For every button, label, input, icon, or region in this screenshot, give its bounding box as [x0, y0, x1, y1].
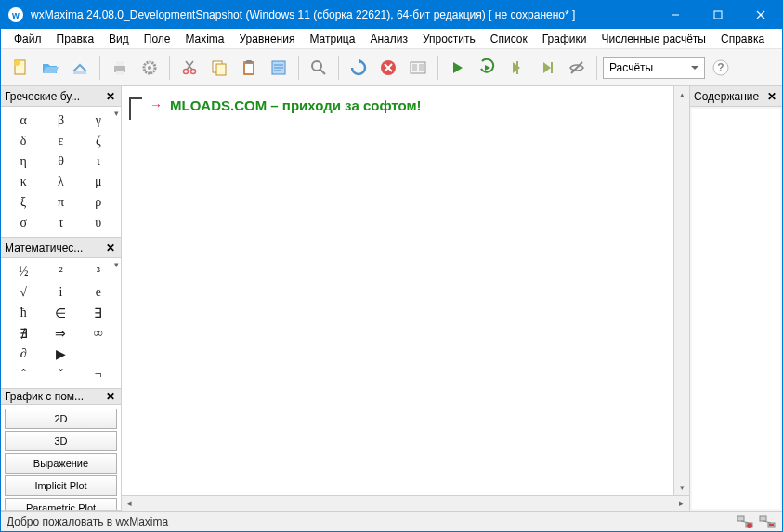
- close-button[interactable]: [739, 1, 782, 29]
- math-symbol[interactable]: ∈: [42, 303, 79, 323]
- scroll-down-icon[interactable]: ▾: [674, 479, 689, 495]
- restart-maxima-button[interactable]: [345, 54, 372, 82]
- open-file-button[interactable]: [36, 54, 64, 82]
- math-symbol[interactable]: ∂: [5, 344, 42, 364]
- eval-button[interactable]: [444, 54, 472, 82]
- math-symbol[interactable]: ▶: [42, 344, 79, 364]
- math-symbol[interactable]: ½: [5, 262, 42, 282]
- scroll-right-icon[interactable]: ▸: [673, 496, 689, 511]
- plot-button[interactable]: Выражение: [5, 453, 117, 474]
- print-button[interactable]: [106, 54, 134, 82]
- math-symbol[interactable]: e: [80, 282, 117, 303]
- network-status-icon-1[interactable]: [736, 514, 754, 529]
- greek-symbol[interactable]: α: [5, 110, 42, 131]
- greek-symbol[interactable]: η: [5, 151, 42, 172]
- menu-simplify[interactable]: Упростить: [415, 31, 483, 47]
- scroll-left-icon[interactable]: ◂: [122, 496, 137, 511]
- cell-bracket-icon[interactable]: [129, 97, 142, 120]
- greek-symbol[interactable]: ζ: [80, 131, 117, 151]
- greek-symbol[interactable]: π: [42, 192, 79, 213]
- scroll-up-icon[interactable]: ▴: [674, 86, 689, 102]
- new-file-button[interactable]: [7, 54, 34, 82]
- plot-button[interactable]: 2D: [5, 409, 117, 429]
- math-symbol[interactable]: ²: [42, 262, 79, 282]
- math-symbol[interactable]: [80, 344, 117, 364]
- menu-calculus[interactable]: Анализ: [362, 31, 415, 47]
- paste-button[interactable]: [235, 54, 263, 82]
- plot-button[interactable]: Implicit Plot: [5, 475, 117, 496]
- find-button[interactable]: [305, 54, 333, 82]
- menu-cell[interactable]: Поле: [137, 31, 178, 47]
- cell[interactable]: → MLOADS.COM – приходи за софтом!: [129, 97, 666, 120]
- math-symbol[interactable]: i: [42, 282, 79, 303]
- select-all-button[interactable]: [265, 54, 293, 82]
- plot-button[interactable]: Parametric Plot: [5, 498, 117, 510]
- menu-plot[interactable]: Графики: [535, 31, 594, 47]
- expand-icon[interactable]: ▾: [114, 260, 119, 269]
- greek-symbol[interactable]: μ: [80, 172, 117, 192]
- horizontal-scrollbar[interactable]: ◂ ▸: [122, 495, 689, 511]
- menu-view[interactable]: Вид: [101, 31, 137, 47]
- interrupt-button[interactable]: [374, 54, 402, 82]
- menu-help[interactable]: Справка: [713, 31, 772, 47]
- eval-rest-button[interactable]: [503, 54, 531, 82]
- greek-symbol[interactable]: υ: [80, 213, 117, 233]
- greek-symbol[interactable]: ξ: [5, 192, 42, 213]
- panel-contents-header[interactable]: Содержание ✕: [690, 86, 782, 107]
- settings-button[interactable]: [136, 54, 163, 82]
- plot-button[interactable]: 3D: [5, 431, 117, 451]
- math-symbol[interactable]: ∄: [5, 323, 42, 344]
- greek-symbol[interactable]: θ: [42, 151, 79, 172]
- expand-icon[interactable]: ▾: [114, 109, 119, 118]
- greek-symbol[interactable]: δ: [5, 131, 42, 151]
- eval-all-button[interactable]: [474, 54, 502, 82]
- menu-list[interactable]: Список: [483, 31, 535, 47]
- panel-contents-close[interactable]: ✕: [765, 90, 778, 103]
- greek-symbol[interactable]: ρ: [80, 192, 117, 213]
- eval-till-here-button[interactable]: [533, 54, 561, 82]
- panel-mouseplot-header[interactable]: График с пом... ✕: [1, 389, 121, 405]
- menu-maxima[interactable]: Maxima: [178, 31, 232, 47]
- greek-symbol[interactable]: τ: [42, 213, 79, 233]
- minimize-button[interactable]: [654, 1, 697, 29]
- hide-code-button[interactable]: [563, 54, 591, 82]
- greek-symbol[interactable]: ε: [42, 131, 79, 151]
- panel-greek-close[interactable]: ✕: [104, 90, 117, 103]
- math-symbol[interactable]: ¬: [80, 364, 117, 384]
- greek-symbol[interactable]: σ: [5, 213, 42, 233]
- math-symbol[interactable]: ˄: [5, 364, 42, 384]
- math-symbol[interactable]: ³: [80, 262, 117, 282]
- maximize-button[interactable]: [697, 1, 739, 29]
- greek-symbol[interactable]: γ: [80, 110, 117, 131]
- panel-math-close[interactable]: ✕: [104, 241, 117, 254]
- greek-symbol[interactable]: κ: [5, 172, 42, 192]
- vertical-scrollbar[interactable]: ▴ ▾: [673, 86, 689, 495]
- network-status-icon-2[interactable]: [758, 514, 776, 529]
- panel-mouseplot-close[interactable]: ✕: [104, 390, 117, 403]
- help-button[interactable]: ?: [707, 54, 735, 82]
- panel-contents: Содержание ✕: [689, 86, 782, 511]
- section-title[interactable]: MLOADS.COM – приходи за софтом!: [170, 97, 422, 113]
- animation-icon[interactable]: [404, 54, 432, 82]
- menu-edit[interactable]: Правка: [49, 31, 102, 47]
- math-symbol[interactable]: ∞: [80, 323, 117, 344]
- math-symbol[interactable]: ħ: [5, 303, 42, 323]
- menu-matrix[interactable]: Матрица: [302, 31, 362, 47]
- greek-symbol[interactable]: λ: [42, 172, 79, 192]
- menu-equations[interactable]: Уравнения: [232, 31, 303, 47]
- copy-button[interactable]: [205, 54, 233, 82]
- cut-button[interactable]: [176, 54, 203, 82]
- cell-type-dropdown[interactable]: Расчёты: [603, 57, 705, 79]
- save-file-button[interactable]: [66, 54, 94, 82]
- math-symbol[interactable]: ∃: [80, 303, 117, 323]
- menu-numeric[interactable]: Численные расчёты: [594, 31, 713, 47]
- math-symbol[interactable]: √: [5, 282, 42, 303]
- greek-symbol[interactable]: ι: [80, 151, 117, 172]
- math-symbol[interactable]: ⇒: [42, 323, 79, 344]
- document-area[interactable]: → MLOADS.COM – приходи за софтом!: [122, 86, 673, 495]
- panel-math-header[interactable]: Математичес... ✕: [1, 238, 121, 258]
- menu-file[interactable]: Файл: [7, 31, 49, 47]
- panel-greek-header[interactable]: Греческие бу... ✕: [1, 86, 121, 107]
- math-symbol[interactable]: ˅: [42, 364, 79, 384]
- greek-symbol[interactable]: β: [42, 110, 79, 131]
